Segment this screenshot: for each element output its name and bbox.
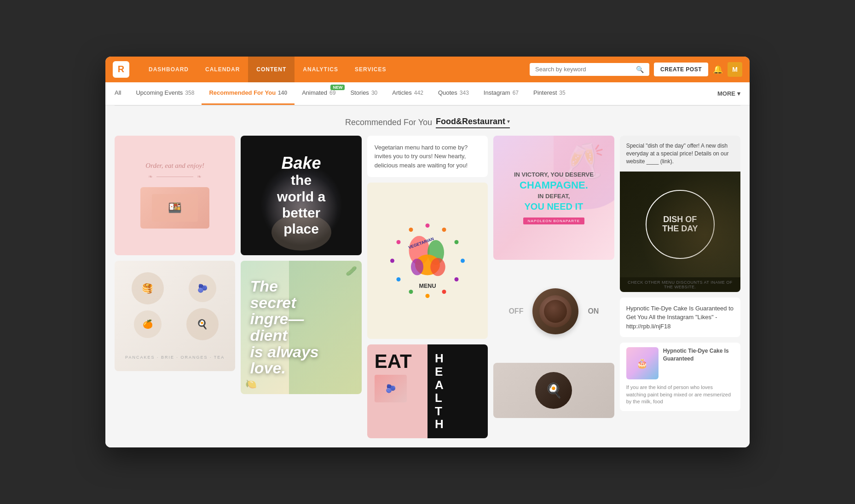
article-link-card[interactable]: Hypnotic Tie-Dye Cake Is Guaranteed to G… bbox=[620, 298, 740, 338]
svg-point-7 bbox=[426, 294, 430, 298]
create-post-button[interactable]: CREATE POST bbox=[654, 63, 708, 76]
svg-point-3 bbox=[455, 240, 459, 244]
stories-count: 30 bbox=[371, 90, 377, 96]
dish-of-day-text: Special "dish of the day" offer! A new d… bbox=[620, 136, 740, 172]
secret-ingredient-card[interactable]: Thesecretingre—dientis always love. 🍋 🥒 bbox=[241, 261, 361, 394]
masonry-col-4: 🥂 IN VICTORY, YOU DESERVE CHAMPAGNE. IN … bbox=[493, 136, 614, 438]
pan-photo-card[interactable]: 🍳 bbox=[493, 363, 614, 418]
nav-item-services[interactable]: SERVICES bbox=[347, 57, 394, 82]
section-heading-prefix: Recommended For You bbox=[345, 118, 432, 127]
article-thumbnail: 🎂 bbox=[626, 347, 659, 379]
quotes-count: 343 bbox=[460, 90, 469, 96]
champagne-card[interactable]: 🥂 IN VICTORY, YOU DESERVE CHAMPAGNE. IN … bbox=[493, 136, 614, 260]
masonry-col-5: Special "dish of the day" offer! A new d… bbox=[620, 136, 740, 438]
subnav-instagram[interactable]: Instagram 67 bbox=[476, 82, 526, 105]
article-title: Hypnotic Tie-Dye Cake Is Guaranteed bbox=[663, 347, 734, 363]
search-box[interactable]: 🔍 bbox=[530, 63, 649, 76]
nav-item-content[interactable]: CONTENT bbox=[248, 57, 295, 82]
dish-footer-text: CHECK OTHER MENU DISCOUNTS AT INAME OF T… bbox=[620, 277, 740, 292]
order-eat-card[interactable]: Order, eat and enjoy! ❧ ❧ 🍱 bbox=[115, 136, 235, 255]
svg-point-9 bbox=[397, 277, 401, 281]
champagne-line1: IN VICTORY, YOU DESERVE bbox=[503, 171, 605, 178]
vegetarian-text-card[interactable]: Vegetarian menu hard to come by? invites… bbox=[367, 136, 488, 178]
svg-point-6 bbox=[442, 290, 446, 294]
subnav-articles[interactable]: Articles 442 bbox=[385, 82, 431, 105]
health-text: HEALTH bbox=[435, 352, 444, 431]
section-header: Recommended For You Food&Restaurant ▾ bbox=[105, 106, 750, 136]
svg-point-17 bbox=[430, 258, 445, 276]
category-name: Food&Restaurant bbox=[436, 117, 505, 126]
instagram-count: 67 bbox=[513, 90, 519, 96]
svg-point-5 bbox=[455, 277, 459, 281]
champagne-line3: IN DEFEAT, bbox=[503, 193, 605, 200]
article-link-text: Hypnotic Tie-Dye Cake Is Guaranteed to G… bbox=[620, 298, 740, 338]
logo-box[interactable]: R bbox=[113, 61, 129, 78]
content-area: Recommended For You Food&Restaurant ▾ Or… bbox=[105, 106, 750, 447]
search-icon: 🔍 bbox=[636, 66, 644, 73]
masonry-grid: Order, eat and enjoy! ❧ ❧ 🍱 bbox=[105, 136, 750, 447]
svg-point-16 bbox=[411, 259, 423, 275]
nav-item-analytics[interactable]: ANALYTICS bbox=[295, 57, 347, 82]
animated-count: 69 bbox=[329, 90, 335, 96]
secret-ingredient-text: Thesecretingre—dientis always love. bbox=[250, 278, 352, 377]
article-thumb-card[interactable]: 🎂 Hypnotic Tie-Dye Cake Is Guaranteed If… bbox=[620, 343, 740, 411]
nav-item-dashboard[interactable]: DASHBOARD bbox=[140, 57, 197, 82]
vegetarian-text: Vegetarian menu hard to come by? invites… bbox=[375, 144, 468, 169]
article-body: If you are the kind of person who loves … bbox=[620, 384, 740, 411]
svg-point-10 bbox=[390, 259, 394, 263]
on-label: ON bbox=[588, 307, 599, 315]
subnav-all[interactable]: All bbox=[115, 82, 128, 105]
nav-item-calendar[interactable]: CALENDAR bbox=[197, 57, 248, 82]
order-eat-text: Order, eat and enjoy! bbox=[145, 162, 204, 170]
eat-right: HEALTH bbox=[428, 344, 488, 438]
eat-left: EAT 🫐 bbox=[367, 344, 428, 438]
upcoming-events-count: 358 bbox=[185, 90, 194, 96]
svg-point-4 bbox=[461, 259, 465, 263]
nav-items: DASHBOARD CALENDAR CONTENT ANALYTICS SER… bbox=[140, 57, 530, 82]
masonry-col-1: Order, eat and enjoy! ❧ ❧ 🍱 bbox=[115, 136, 235, 438]
veg-menu-svg: VEGETARIAN MENU bbox=[386, 219, 469, 302]
svg-text:MENU: MENU bbox=[419, 283, 436, 289]
svg-point-2 bbox=[442, 228, 446, 232]
logo-letter: R bbox=[118, 64, 124, 74]
articles-count: 442 bbox=[414, 90, 423, 96]
search-input[interactable] bbox=[535, 66, 632, 73]
chevron-down-icon: ▾ bbox=[737, 90, 740, 97]
masonry-col-3: Vegetarian menu hard to come by? invites… bbox=[367, 136, 488, 438]
svg-point-12 bbox=[409, 228, 413, 232]
recommended-count: 140 bbox=[278, 90, 287, 96]
svg-point-1 bbox=[426, 223, 430, 228]
svg-point-8 bbox=[409, 290, 413, 294]
bake-world-card[interactable]: Bake the world a better place bbox=[241, 136, 361, 255]
champagne-author: NAPOLEON BONAPARTE bbox=[523, 218, 584, 224]
bake-world-text: Bake the world a better place bbox=[268, 145, 335, 246]
eat-text: EAT bbox=[375, 352, 412, 371]
category-chevron-icon: ▾ bbox=[507, 118, 510, 125]
category-selector[interactable]: Food&Restaurant ▾ bbox=[436, 117, 510, 128]
subnav-pinterest[interactable]: Pinterest 35 bbox=[526, 82, 573, 105]
subnav-upcoming-events[interactable]: Upcoming Events 358 bbox=[128, 82, 202, 105]
dish-of-day-card[interactable]: Special "dish of the day" offer! A new d… bbox=[620, 136, 740, 292]
top-right-controls: 🔍 CREATE POST 🔔 M bbox=[530, 62, 742, 77]
food-flatlay-card[interactable]: 🥞 🫐 🍊 🍳 PANCAKES · BRIE · ORANGES · TEA bbox=[115, 261, 235, 371]
champagne-line2: CHAMPAGNE. bbox=[503, 180, 605, 191]
off-label: OFF bbox=[508, 307, 523, 315]
subnav-stories[interactable]: Stories 30 bbox=[343, 82, 385, 105]
masonry-col-2: Bake the world a better place Thesecreti… bbox=[241, 136, 361, 438]
sub-navigation: All Upcoming Events 358 Recommended For … bbox=[105, 82, 750, 105]
subnav-animated[interactable]: Animated 69 NEW bbox=[295, 82, 343, 105]
coffee-toggle-card[interactable]: OFF ON bbox=[493, 265, 614, 357]
pinterest-count: 35 bbox=[559, 90, 565, 96]
subnav-quotes[interactable]: Quotes 343 bbox=[431, 82, 476, 105]
article-row: 🎂 Hypnotic Tie-Dye Cake Is Guaranteed bbox=[620, 343, 740, 384]
eat-health-card[interactable]: EAT 🫐 HEALTH bbox=[367, 344, 488, 438]
veg-menu-card[interactable]: VEGETARIAN MENU bbox=[367, 183, 488, 339]
subnav-recommended[interactable]: Recommended For You 140 bbox=[202, 82, 295, 105]
avatar[interactable]: M bbox=[728, 62, 742, 77]
svg-point-11 bbox=[397, 240, 401, 244]
champagne-line4: YOU NEED IT bbox=[503, 201, 605, 212]
coffee-cup-icon bbox=[532, 288, 578, 334]
app-window: R DASHBOARD CALENDAR CONTENT ANALYTICS S… bbox=[105, 57, 750, 447]
notification-bell-icon[interactable]: 🔔 bbox=[713, 64, 723, 74]
more-button[interactable]: MORE ▾ bbox=[717, 90, 740, 97]
